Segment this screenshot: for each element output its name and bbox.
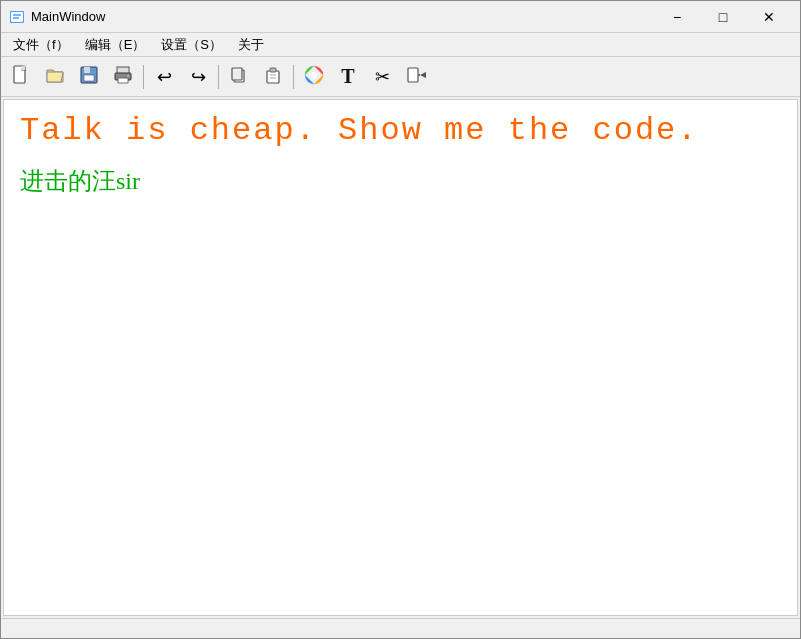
save-icon — [79, 65, 99, 89]
svg-rect-5 — [21, 66, 25, 70]
menu-edit[interactable]: 编辑（E） — [77, 34, 154, 56]
window-controls: − □ ✕ — [654, 1, 792, 33]
open-button[interactable] — [39, 61, 71, 93]
color-button[interactable] — [298, 61, 330, 93]
open-icon — [45, 65, 65, 89]
toolbar: ↩ ↪ — [1, 57, 800, 97]
print-button[interactable] — [107, 61, 139, 93]
title-bar: MainWindow − □ ✕ — [1, 1, 800, 33]
export-button[interactable] — [400, 61, 432, 93]
maximize-button[interactable]: □ — [700, 1, 746, 33]
menu-file[interactable]: 文件（f） — [5, 34, 77, 56]
menu-about[interactable]: 关于 — [230, 34, 272, 56]
cut-icon: ✂ — [375, 66, 390, 88]
content-area[interactable]: Talk is cheap. Show me the code. 进击的汪sir — [3, 99, 798, 616]
separator-2 — [218, 65, 219, 89]
svg-point-12 — [127, 75, 129, 77]
font-button[interactable]: T — [332, 61, 364, 93]
menu-settings[interactable]: 设置（S） — [153, 34, 230, 56]
svg-rect-14 — [232, 68, 242, 80]
save-button[interactable] — [73, 61, 105, 93]
svg-point-20 — [311, 72, 317, 78]
svg-rect-7 — [84, 67, 90, 73]
line2-text: 进击的汪sir — [20, 165, 781, 197]
redo-icon: ↪ — [191, 66, 206, 88]
print-icon — [113, 65, 133, 89]
copy-button[interactable] — [223, 61, 255, 93]
new-icon — [11, 65, 31, 89]
copy-icon — [229, 65, 249, 89]
undo-icon: ↩ — [157, 66, 172, 88]
svg-rect-11 — [118, 78, 128, 83]
svg-rect-21 — [408, 68, 418, 82]
redo-button[interactable]: ↪ — [182, 61, 214, 93]
paste-button[interactable] — [257, 61, 289, 93]
svg-marker-22 — [420, 72, 426, 78]
minimize-button[interactable]: − — [654, 1, 700, 33]
paste-icon — [263, 65, 283, 89]
window-title: MainWindow — [31, 9, 654, 24]
separator-1 — [143, 65, 144, 89]
line1-text: Talk is cheap. Show me the code. — [20, 112, 781, 149]
color-icon — [303, 64, 325, 90]
main-window: MainWindow − □ ✕ 文件（f） 编辑（E） 设置（S） 关于 — [0, 0, 801, 639]
separator-3 — [293, 65, 294, 89]
menu-bar: 文件（f） 编辑（E） 设置（S） 关于 — [1, 33, 800, 57]
svg-rect-1 — [11, 12, 23, 22]
font-icon: T — [341, 65, 354, 88]
export-icon — [406, 65, 426, 89]
new-button[interactable] — [5, 61, 37, 93]
svg-rect-16 — [270, 68, 276, 72]
undo-button[interactable]: ↩ — [148, 61, 180, 93]
status-bar — [1, 618, 800, 638]
close-button[interactable]: ✕ — [746, 1, 792, 33]
app-icon — [9, 9, 25, 25]
svg-rect-15 — [267, 71, 279, 83]
cut-button[interactable]: ✂ — [366, 61, 398, 93]
svg-rect-8 — [84, 75, 94, 81]
